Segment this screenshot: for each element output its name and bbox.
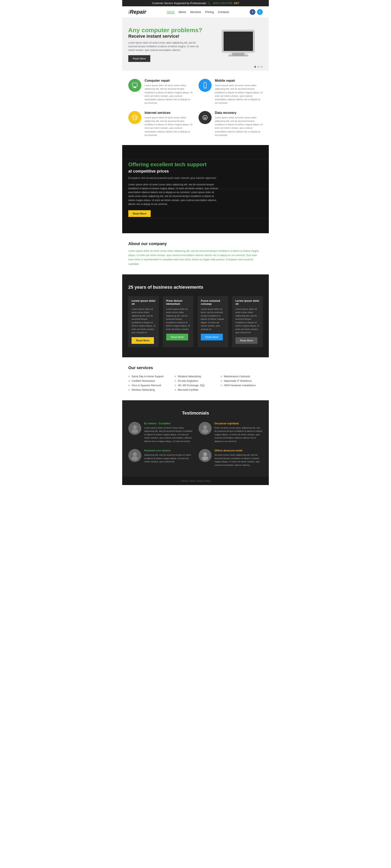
service-body-internet: Lorem ipsum dolor sit amet conse ctetur … (144, 116, 192, 137)
achievements-title: 25 years of business achievements (128, 285, 263, 290)
social-icons: f t (250, 9, 263, 15)
service-text-mobile: Mobile repair Lorem ipsum dolor sit amet… (215, 79, 263, 105)
testimonial-2: Praesent orci viverra Adipiscing elit, s… (128, 449, 192, 467)
services-grid: Computer repair Lorem ipsum dolor sit am… (128, 79, 263, 137)
achievement-body-2: Lorem ipsum dolor sit amet, sed do eiusm… (201, 307, 225, 331)
list-item-label: Microsoft Certified (178, 389, 198, 391)
top-bar: Customer Service Supported by Profession… (122, 0, 269, 6)
svg-point-17 (203, 425, 207, 429)
service-text-computer: Computer repair Lorem ipsum dolor sit am… (144, 79, 192, 105)
svg-rect-1 (224, 32, 253, 51)
svg-point-21 (203, 452, 207, 456)
tech-support-body: Lorem ipsum dolor sit amet conse ctetur … (128, 183, 220, 206)
footer: ©2016 © 2016. Privacy Policy (122, 477, 269, 485)
testimonial-body-1: Dolor sit amet conse ctetur adipiscing e… (215, 426, 263, 443)
bullet-icon (174, 376, 176, 377)
achievements-grid: Lorem ipsum dolor sit Lorem ipsum dolor … (128, 296, 263, 347)
achievement-title-3: Lorem ipsum dolor sit (235, 299, 259, 305)
list-item-label: Same Day In-Home Support (132, 375, 164, 378)
list-item-label: Maintenance Contracts (224, 375, 250, 378)
achievement-body-1: Lorem ipsum dolor sit amet conse ctetur … (166, 307, 190, 331)
service-item-data: Data recovery Lorem ipsum dolor sit amet… (199, 111, 263, 137)
list-item-ad-ms: AD, MS Exchange, SQL (174, 383, 217, 388)
service-item-mobile: Mobile repair Lorem ipsum dolor sit amet… (199, 79, 263, 105)
bullet-icon (221, 376, 222, 377)
tech-support-content: Offering excellent tech support at compe… (128, 161, 220, 217)
services-col1: Same Day In-Home Support Certified Techn… (128, 374, 170, 392)
nav-home[interactable]: Home (167, 10, 174, 14)
achievement-body-3: Lorem ipsum dolor sit amet conse ctetur … (235, 307, 259, 334)
about-section: About our company Lorem ipsum dolor sit … (122, 233, 269, 274)
bullet-icon (128, 389, 130, 391)
achievement-button-3[interactable]: Read More (235, 337, 257, 344)
testimonial-body-3: Sit amet conse ctetur adipiscing elit, s… (215, 453, 263, 467)
svg-point-16 (132, 429, 138, 433)
testimonial-body-0: Lorem ipsum dolor sit amet conse ctetur … (144, 426, 192, 443)
logo[interactable]: iRepair (128, 9, 146, 15)
service-text-data: Data recovery Lorem ipsum dolor sit amet… (215, 111, 263, 137)
tech-support-read-more-button[interactable]: Read More (128, 210, 151, 217)
hero-read-more-button[interactable]: Read More (128, 55, 150, 62)
service-body-mobile: Lorem ipsum dolor sit amet conse ctetur … (215, 84, 263, 105)
topbar-text: Customer Service Supported by Profession… (152, 2, 206, 5)
testimonials-grid: Eu dolore : Curabitur Lorem ipsum dolor … (128, 422, 263, 467)
computer-repair-icon (128, 79, 141, 92)
svg-point-18 (202, 429, 208, 433)
topbar-phone: (800) 2345-6789 (213, 2, 232, 5)
dot-1[interactable] (254, 66, 256, 68)
dot-3[interactable] (261, 66, 263, 68)
service-item-computer: Computer repair Lorem ipsum dolor sit am… (128, 79, 192, 105)
service-text-internet: Internet services Lorem ipsum dolor sit … (144, 111, 192, 137)
nav-pricing[interactable]: Pricing (205, 10, 214, 14)
twitter-icon[interactable]: t (257, 9, 263, 15)
testimonial-content-1: Occaecat cupidatat Dolor sit amet conse … (215, 422, 263, 443)
list-item-wireless1: Wireless Networking (128, 388, 170, 392)
bullet-icon (128, 384, 130, 386)
svg-point-22 (202, 456, 208, 460)
achievement-title-0: Lorem ipsum dolor sit (132, 299, 156, 305)
nav-contacts[interactable]: Contacts (218, 10, 229, 14)
testimonials-section: Testimonials Eu dolore : Curabitur Lorem… (122, 400, 269, 477)
services-icons-section: Computer repair Lorem ipsum dolor sit am… (122, 71, 269, 145)
facebook-icon[interactable]: f (250, 9, 255, 15)
topbar-hours: 24/7 (234, 2, 239, 5)
service-item-internet: Internet services Lorem ipsum dolor sit … (128, 111, 192, 137)
achievement-title-2: Fusce euismod consequ (201, 299, 225, 305)
bullet-icon (174, 380, 176, 382)
service-title-mobile: Mobile repair (215, 79, 263, 83)
svg-point-15 (133, 425, 137, 429)
achievement-button-1[interactable]: Read More (166, 334, 188, 340)
svg-point-4 (228, 53, 249, 56)
avatar-0 (128, 422, 141, 435)
service-title-data: Data recovery (215, 111, 263, 115)
list-item-label: Wireless Networking (132, 389, 155, 391)
hero-section: Any computer problems? Receive instant s… (122, 18, 269, 71)
dot-2[interactable] (257, 66, 259, 68)
service-title-computer: Computer repair (144, 79, 192, 83)
achievements-section: 25 years of business achievements Lorem … (122, 274, 269, 357)
svg-rect-7 (133, 88, 136, 88)
testimonial-content-3: Officis deserunt mollit Sit amet conse c… (215, 449, 263, 467)
testimonial-3: Officis deserunt mollit Sit amet conse c… (199, 449, 263, 467)
service-title-internet: Internet services (144, 111, 192, 115)
achievement-button-2[interactable]: Read More (201, 334, 223, 340)
list-item-same-day: Same Day In-Home Support (128, 374, 170, 379)
services-list: Same Day In-Home Support Certified Techn… (128, 374, 263, 392)
achievement-card-3: Lorem ipsum dolor sit Lorem ipsum dolor … (232, 296, 263, 347)
data-recovery-icon (199, 111, 211, 124)
services-col3: Maintenance Contracts Nationwide IT Work… (221, 374, 263, 392)
achievement-button-0[interactable]: Read More (132, 337, 154, 344)
testimonials-title: Testimonials (128, 410, 263, 416)
list-item-oem: OEM Hardware Installations (221, 383, 263, 388)
nav-services[interactable]: Services (190, 10, 201, 14)
tech-support-section: Offering excellent tech support at compe… (122, 145, 269, 233)
internet-services-icon (128, 111, 141, 124)
testimonial-1: Occaecat cupidatat Dolor sit amet conse … (199, 422, 263, 443)
about-title: About our company (128, 241, 263, 246)
list-item-label: Certified Technicians (132, 379, 155, 382)
list-item-certified: Certified Technicians (128, 379, 170, 383)
svg-point-20 (132, 456, 138, 460)
list-item-label: On-site Engineers (178, 379, 198, 382)
nav-about[interactable]: About (178, 10, 186, 14)
hero-image (210, 26, 263, 63)
